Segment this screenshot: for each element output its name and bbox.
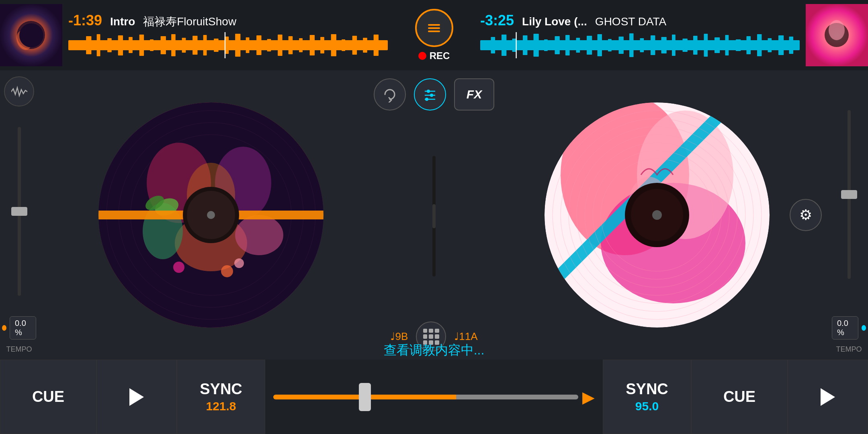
left-tempo-value-row: 0.0 % (2, 316, 36, 340)
header-left: -1:39 Intro 福禄寿FloruitShow (62, 9, 394, 61)
left-tempo-value: 0.0 % (10, 316, 36, 340)
vertical-crossfader[interactable] (432, 156, 436, 276)
svg-rect-33 (225, 32, 226, 58)
left-tempo-dot (2, 325, 6, 331)
play-icon-left (129, 388, 144, 406)
cue-button-right[interactable]: CUE (691, 360, 788, 434)
right-tempo-track[interactable] (848, 110, 851, 279)
grid-cell-6 (435, 334, 439, 339)
svg-rect-29 (342, 39, 345, 51)
right-vinyl-art (545, 102, 770, 328)
svg-rect-15 (192, 36, 197, 55)
play-button-right[interactable] (788, 360, 868, 434)
fx-label: FX (467, 88, 482, 101)
settings-icon: ⚙ (799, 207, 812, 223)
svg-rect-60 (757, 34, 762, 56)
left-timer: -1:39 (68, 12, 102, 29)
grid-cell-3 (435, 329, 439, 333)
cue-label-right: CUE (723, 388, 755, 405)
loop-button[interactable] (374, 78, 406, 111)
sync-button-left[interactable]: SYNC 121.8 (177, 360, 265, 434)
svg-point-81 (221, 265, 233, 277)
sync-label-right: SYNC (626, 381, 668, 398)
grid-cell-2 (429, 329, 433, 333)
left-vinyl-bg (98, 102, 323, 328)
svg-rect-54 (693, 36, 698, 55)
svg-rect-48 (629, 33, 634, 57)
left-vinyl-art (98, 102, 323, 328)
svg-rect-38 (523, 35, 527, 55)
right-album-svg (806, 4, 868, 66)
arrow-right-icon: ▶ (582, 388, 595, 406)
right-turntable-container: ⚙ (484, 70, 830, 360)
grid-cell-5 (429, 334, 433, 339)
left-tempo-thumb[interactable] (11, 207, 27, 216)
svg-rect-16 (203, 35, 207, 55)
left-waveform[interactable] (68, 32, 388, 58)
svg-rect-25 (299, 38, 303, 52)
sync-label-left: SYNC (200, 381, 242, 398)
crossfader-rail[interactable] (273, 395, 578, 399)
left-turntable[interactable] (98, 102, 323, 328)
svg-point-91 (430, 94, 433, 97)
rec-button[interactable]: REC (418, 50, 450, 61)
svg-rect-55 (704, 34, 708, 57)
svg-rect-40 (544, 39, 548, 51)
left-album-art (0, 4, 62, 66)
crossfader-bar-1 (428, 24, 440, 26)
left-tempo-slider[interactable] (18, 111, 21, 312)
sync-button-right[interactable]: SYNC 95.0 (603, 360, 691, 434)
svg-rect-62 (778, 35, 784, 55)
vertical-crossfader-thumb[interactable] (432, 204, 436, 228)
svg-rect-51 (661, 37, 667, 53)
crossfader-handle[interactable] (359, 383, 371, 411)
key-right: ♩11A (454, 330, 477, 343)
right-tempo-value-row: 0.0 % (832, 316, 866, 340)
right-waveform[interactable] (480, 32, 800, 58)
svg-rect-13 (171, 34, 176, 56)
svg-rect-22 (267, 39, 271, 51)
left-deck-controls: 0.0 % TEMPO (0, 70, 38, 360)
right-track-artist: GHOST DATA (595, 15, 666, 28)
right-vinyl-disc (545, 102, 770, 328)
svg-rect-8 (118, 35, 123, 55)
message-text: 查看调教内容中... (384, 342, 485, 359)
wave-icon-button[interactable] (4, 76, 34, 106)
svg-rect-28 (331, 34, 336, 56)
left-deck-info: -1:39 Intro 福禄寿FloruitShow (62, 9, 394, 61)
svg-rect-49 (640, 38, 644, 52)
right-tempo-dot (862, 325, 866, 331)
svg-rect-43 (576, 38, 580, 53)
svg-rect-6 (97, 34, 100, 56)
right-tempo-value: 0.0 % (832, 316, 858, 340)
mixer-button[interactable] (414, 78, 446, 111)
left-tempo-track[interactable] (18, 127, 21, 296)
svg-rect-11 (150, 39, 154, 51)
settings-button[interactable]: ⚙ (790, 199, 822, 231)
crossfader-bottom: 查看调教内容中... ▶ (265, 360, 603, 434)
right-tempo-thumb[interactable] (841, 190, 857, 199)
header: -1:39 Intro 福禄寿FloruitShow (0, 0, 868, 70)
crossfader-bar-2 (428, 27, 440, 29)
svg-point-93 (425, 98, 428, 101)
grid-cell-4 (423, 334, 428, 339)
svg-rect-56 (714, 37, 720, 53)
svg-rect-36 (502, 35, 506, 56)
crossfader-bar-3 (428, 31, 440, 32)
crossfader-knob[interactable] (415, 9, 453, 47)
svg-point-87 (207, 211, 215, 219)
svg-rect-21 (256, 35, 261, 55)
svg-rect-63 (789, 37, 794, 54)
cue-button-left[interactable]: CUE (0, 360, 96, 434)
header-center: REC (394, 9, 474, 61)
right-turntable[interactable] (545, 102, 770, 328)
svg-rect-0 (0, 4, 62, 66)
right-tempo-slider[interactable] (848, 76, 851, 312)
play-icon-right (821, 388, 835, 406)
svg-rect-7 (107, 38, 112, 52)
svg-rect-41 (555, 36, 560, 54)
svg-point-67 (829, 20, 845, 40)
play-button-left[interactable] (96, 360, 177, 434)
svg-rect-47 (619, 37, 624, 54)
svg-point-82 (234, 258, 244, 268)
